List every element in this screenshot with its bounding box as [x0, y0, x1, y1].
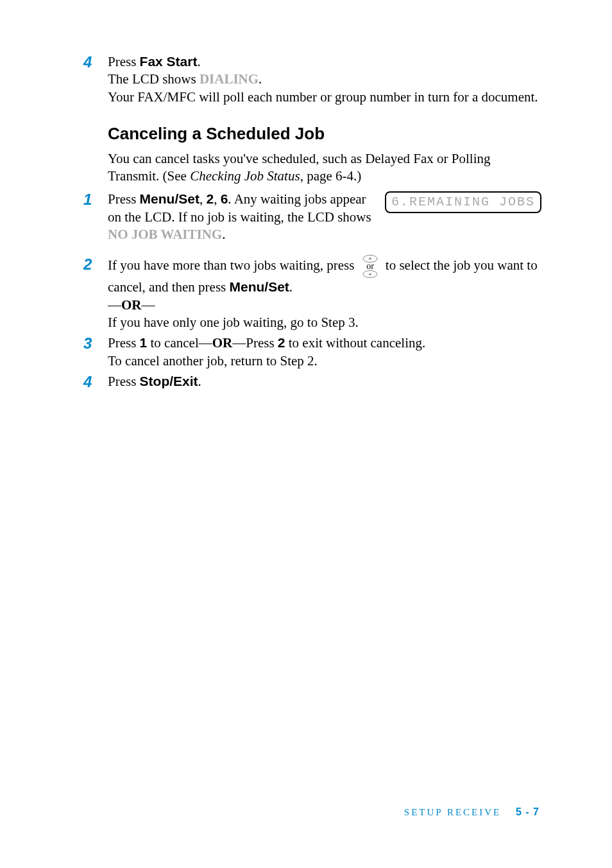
button-label-fax-start: Fax Start [140, 54, 198, 69]
text: Press [108, 374, 140, 389]
text: . [222, 227, 225, 242]
lcd-display: 6.REMAINING JOBS [385, 191, 541, 213]
text: to cancel— [147, 335, 212, 351]
step-line: The LCD shows DIALING. [108, 71, 541, 88]
page-footer: SETUP RECEIVE 5 - 7 [404, 806, 540, 818]
button-label-menu-set: Menu/Set [140, 191, 200, 206]
step-line: If you have only one job waiting, go to … [108, 314, 541, 331]
section-heading: Canceling a Scheduled Job [108, 124, 541, 144]
step-line: Press Fax Start. [108, 53, 541, 71]
key-label-1: 1 [140, 335, 148, 350]
up-down-or-icon: or [361, 255, 380, 278]
step-number: 4 [83, 372, 108, 391]
step-1: 1 6.REMAINING JOBS Press Menu/Set, 2, 6.… [83, 190, 541, 243]
reference-link: Checking Job Status [190, 168, 300, 184]
or-separator: OR [212, 335, 233, 351]
text: —Press [232, 335, 278, 351]
key-label-6: 6 [221, 191, 228, 206]
key-label-2: 2 [278, 335, 285, 350]
button-label-stop-exit: Stop/Exit [140, 374, 198, 388]
text: . [198, 374, 201, 389]
text: , [214, 191, 221, 207]
step-3: 3 Press 1 to cancel—OR—Press 2 to exit w… [83, 334, 541, 370]
step-body: Press 1 to cancel—OR—Press 2 to exit wit… [108, 334, 541, 370]
text: Press [108, 54, 140, 69]
text: Press [108, 335, 140, 351]
step-body: 6.REMAINING JOBS Press Menu/Set, 2, 6. A… [108, 190, 541, 243]
step-line-or: —OR— [108, 297, 541, 314]
footer-section: SETUP RECEIVE [404, 807, 501, 817]
step-number: 2 [83, 255, 108, 331]
text: The LCD shows [108, 71, 200, 87]
step-line: To cancel another job, return to Step 2. [108, 352, 541, 370]
lcd-value-dialing: DIALING [200, 71, 259, 87]
step-body: Press Fax Start. The LCD shows DIALING. … [108, 53, 541, 106]
step-number: 3 [83, 334, 108, 370]
or-separator: OR [121, 297, 142, 313]
text: . [289, 279, 293, 295]
footer-page-number: 5 - 7 [516, 806, 540, 817]
text: , page 6-4.) [300, 168, 362, 184]
text: — [108, 297, 121, 313]
lcd-value-no-job: NO JOB WAITING [108, 227, 222, 242]
step-number: 1 [83, 190, 108, 243]
text: . [259, 71, 262, 87]
text: — [142, 297, 155, 313]
step-4-stop-exit: 4 Press Stop/Exit. [83, 372, 541, 391]
step-body: Press Stop/Exit. [108, 372, 541, 391]
key-label-2: 2 [206, 191, 214, 206]
step-line: Your FAX/MFC will poll each number or gr… [108, 89, 541, 106]
step-body: If you have more than two jobs waiting, … [108, 255, 541, 331]
step-line: Press 1 to cancel—OR—Press 2 to exit wit… [108, 334, 541, 352]
svg-text:or: or [366, 261, 374, 271]
text: to exit without canceling. [285, 335, 426, 351]
text: Press [108, 191, 140, 207]
step-4-fax-start: 4 Press Fax Start. The LCD shows DIALING… [83, 53, 541, 106]
text: If you have more than two jobs waiting, … [108, 257, 358, 273]
step-line: If you have more than two jobs waiting, … [108, 255, 541, 296]
button-label-menu-set: Menu/Set [230, 279, 289, 294]
intro-paragraph: You can cancel tasks you've scheduled, s… [108, 150, 541, 186]
step-number: 4 [83, 53, 108, 106]
text: , [200, 191, 207, 207]
step-2: 2 If you have more than two jobs waiting… [83, 255, 541, 331]
text: . [197, 54, 200, 69]
